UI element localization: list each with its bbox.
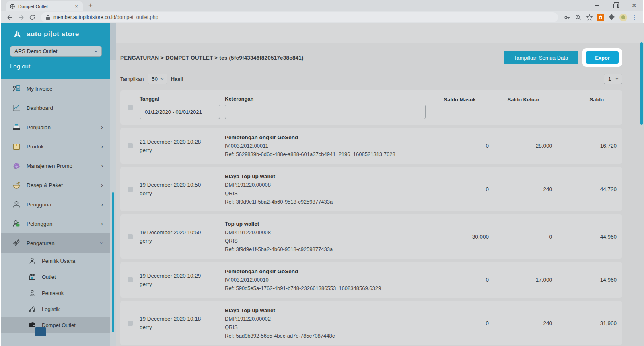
tanggal-column-label: Tanggal	[140, 96, 225, 102]
export-button[interactable]: Expor	[586, 51, 619, 64]
per-page-prefix-label: Tampilkan	[120, 76, 144, 82]
storefront-icon	[28, 273, 36, 281]
page-select[interactable]: 1	[604, 74, 622, 84]
per-page-select[interactable]: 50	[148, 74, 167, 84]
sidebar-item-label: Pemasok	[42, 290, 64, 296]
row-detail: QRIS	[225, 237, 426, 245]
owner-icon	[28, 257, 36, 265]
star-icon[interactable]	[584, 12, 594, 22]
saldo-masuk-value: 30,000	[434, 234, 494, 240]
address-bar[interactable]: member.autopilotstore.co.id/dompet_outle…	[41, 12, 558, 22]
kebab-menu-icon[interactable]: ⋮	[630, 12, 639, 22]
reload-icon[interactable]	[27, 12, 37, 22]
browser-tab[interactable]: Dompet Outlet ×	[6, 1, 83, 11]
chevron-right-icon	[101, 182, 103, 188]
sidebar-scrollbar-thumb[interactable]	[112, 192, 114, 332]
url-text: member.autopilotstore.co.id/dompet_outle…	[53, 14, 158, 20]
row-checkbox[interactable]	[128, 187, 133, 192]
sidebar-item-label: Pelanggan	[27, 221, 53, 227]
keterangan-filter-input[interactable]	[225, 105, 426, 119]
chevron-right-icon	[101, 221, 103, 227]
chevron-down-icon	[615, 78, 621, 80]
logout-link[interactable]: Log out	[10, 63, 30, 70]
row-checkbox[interactable]	[128, 277, 133, 282]
sidebar-subitem-outlet[interactable]: Outlet	[1, 269, 110, 285]
sidebar-subitem-dompet-outlet[interactable]: Dompet Outlet	[1, 317, 110, 333]
sidebar-item-label: Pemilik Usaha	[42, 258, 75, 264]
back-icon[interactable]	[5, 12, 14, 22]
row-detail: Ref: 5629839b-6d6d-488e-a888-601a37cb494…	[225, 150, 426, 159]
sidebar-item-pengaturan[interactable]: Pengaturan	[1, 233, 110, 253]
sidebar-item-label: Pengguna	[27, 202, 51, 208]
sidebar-item-manajemen-promo[interactable]: % Manajemen Promo	[1, 156, 110, 175]
lock-icon[interactable]	[46, 15, 50, 20]
row-checkbox[interactable]	[128, 143, 133, 148]
product-box-icon	[12, 142, 21, 151]
sidebar-subitem-pemilik-usaha[interactable]: Pemilik Usaha	[1, 253, 110, 269]
sidebar-item-label: Logistik	[42, 306, 60, 312]
sidebar-header: auto pi|ot store APS Demo Outlet Log out	[1, 23, 110, 79]
saldo-keluar-column-header: Saldo Keluar	[494, 97, 558, 103]
key-icon[interactable]	[562, 12, 572, 22]
user-icon	[12, 200, 21, 209]
saldo-masuk-value: 0	[434, 320, 494, 326]
saldo-keluar-value: 240	[494, 320, 558, 326]
gears-icon	[12, 239, 21, 247]
table-row[interactable]: 19 December 2020 10:50 gerry Top up wall…	[120, 214, 622, 259]
row-detail: QRIS	[225, 189, 426, 198]
date-range-filter-input[interactable]	[140, 105, 220, 119]
chevron-down-icon	[94, 50, 99, 52]
sidebar-item-label: Penjualan	[27, 124, 51, 130]
sidebar: auto pi|ot store APS Demo Outlet Log out…	[1, 23, 116, 346]
new-tab-button[interactable]: +	[85, 0, 96, 11]
outlet-selector[interactable]: APS Demo Outlet	[10, 46, 102, 57]
main-scrollbar-thumb[interactable]	[640, 42, 643, 125]
sidebar-subitem-pemasok[interactable]: Pemasok	[1, 285, 110, 301]
sidebar-item-label: Outlet	[42, 274, 56, 280]
show-all-data-button[interactable]: Tampilkan Semua Data	[504, 51, 578, 64]
table-row[interactable]: 19 December 2020 10:29 gerry Pemotongan …	[120, 262, 622, 298]
saldo-keluar-value: 0	[494, 234, 558, 240]
sidebar-item-resep-paket[interactable]: Resep & Paket	[1, 175, 110, 195]
puzzle-icon[interactable]	[607, 12, 617, 22]
globe-favicon	[10, 4, 15, 9]
sidebar-item-label: Resep & Paket	[27, 182, 63, 188]
sidebar-subitem-logistik[interactable]: Logistik	[1, 301, 110, 317]
sidebar-item-label: Dashboard	[27, 105, 53, 111]
address-bar-row: member.autopilotstore.co.id/dompet_outle…	[1, 11, 643, 23]
saldo-keluar-value: 17,000	[494, 277, 558, 283]
sidebar-item-pelanggan[interactable]: Pelanggan	[1, 214, 110, 233]
tab-title: Dompet Outlet	[18, 4, 70, 9]
sidebar-item-dashboard[interactable]: Dashboard	[1, 98, 110, 117]
zoom-icon[interactable]	[573, 12, 583, 22]
brand-logo: auto pi|ot store	[1, 23, 110, 39]
paper-plane-logo	[12, 29, 23, 39]
sidebar-item-produk[interactable]: Produk	[1, 137, 110, 156]
avatar[interactable]	[618, 12, 628, 22]
brand-text: auto pi|ot store	[27, 30, 79, 38]
shopping-extension-icon[interactable]	[596, 12, 605, 22]
maximize-button[interactable]	[606, 0, 625, 11]
row-date: 19 December 2020 10:50	[140, 228, 225, 237]
per-page-suffix-label: Hasil	[171, 76, 183, 82]
row-checkbox[interactable]	[128, 234, 133, 239]
row-checkbox[interactable]	[128, 321, 133, 326]
table-row[interactable]: 19 December 2020 10:18 gerry Biaya Top u…	[120, 301, 622, 345]
forward-icon[interactable]	[16, 12, 26, 22]
close-button[interactable]: ✕	[625, 0, 643, 11]
recipe-bowl-icon	[12, 181, 21, 189]
saldo-value: 44,960	[558, 234, 622, 240]
row-detail: Ref: 5ad9b392-56c5-4bec-ad7e-785c7087448…	[225, 332, 426, 340]
table-row[interactable]: 21 December 2020 10:28 gerry Pemotongan …	[120, 128, 622, 164]
chevron-down-icon	[99, 242, 105, 244]
sidebar-item-penjualan[interactable]: Penjualan	[1, 117, 110, 137]
minimize-button[interactable]	[588, 0, 606, 11]
sidebar-item-pengguna[interactable]: Pengguna	[1, 195, 110, 214]
sidebar-menu: My Invoice Dashboard Penjualan Produk	[1, 79, 110, 333]
sidebar-item-partial-icon[interactable]	[35, 327, 46, 336]
table-row[interactable]: 19 December 2020 10:50 gerry Biaya Top u…	[120, 167, 622, 211]
select-all-checkbox[interactable]	[128, 105, 133, 110]
tab-close-icon[interactable]: ×	[73, 3, 80, 10]
keterangan-column-label: Keterangan	[225, 96, 434, 102]
sidebar-item-my-invoice[interactable]: My Invoice	[1, 79, 110, 98]
